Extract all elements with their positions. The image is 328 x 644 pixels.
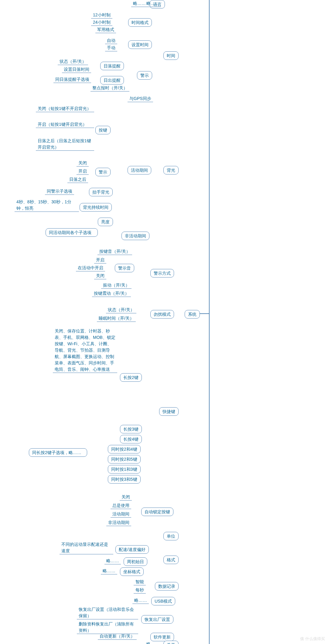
- sc-c35: 同时按3和5键: [108, 475, 141, 484]
- sc-l4: 长按4键: [120, 435, 142, 443]
- l1-format: 格式: [163, 556, 179, 564]
- l1-swupd: 软件更新: [150, 633, 174, 641]
- al-a2: 总是使用: [111, 502, 131, 509]
- reset-r1: 恢复出厂设置（活动和音乐会保留）: [77, 606, 138, 619]
- bl-raise: 抬手背光: [89, 188, 113, 196]
- dr-sec: 每秒: [134, 587, 146, 594]
- am-keyvib: 按键震动（开/关）: [92, 290, 131, 297]
- l1-units: 单位: [163, 532, 179, 540]
- bl-inactive1: 同活动期间各个子选项: [46, 228, 98, 237]
- mindmap-canvas: 系统 语言 略…… 时间 背光 警示方式 勿扰模式 快捷键 自动锁定按键 单位 …: [0, 0, 328, 644]
- bl-alert: 警示: [95, 168, 111, 176]
- bl-dur: 背光持续时间: [80, 203, 112, 212]
- l1-alertmode: 警示方式: [150, 269, 174, 277]
- dnd-sleep: 睡眠时间（开/关）: [97, 315, 136, 322]
- am-alarm1: 开启: [94, 257, 106, 263]
- l1-backlight: 背光: [163, 166, 179, 174]
- am-vib: 振动（开/关）: [101, 282, 132, 289]
- leaf-units: 略……: [145, 0, 161, 7]
- bl-keys3: 日落之后（日落之后短按1键开启背光）: [36, 137, 94, 151]
- bl-alert3: 日落之后: [67, 176, 88, 183]
- leaf-usb: 略……: [132, 597, 149, 604]
- sc-c25: 同时按2和5键: [108, 455, 141, 463]
- time-fmt1: 12小时制: [91, 12, 112, 19]
- time-sunset: 日落提醒: [100, 62, 124, 70]
- time-sunrise1: 同日落提醒子选项: [53, 76, 91, 83]
- watermark: 值 什么值得买: [300, 636, 325, 642]
- bl-keys: 按键: [95, 126, 111, 134]
- l1-datarec: 数据记录: [155, 582, 179, 591]
- sc-c13: 同时按1和3键: [108, 465, 141, 474]
- al-a4: 非活动期间: [106, 519, 131, 526]
- time-gps: 与GPS同步: [128, 95, 153, 102]
- bl-active: 活动期间: [128, 166, 151, 174]
- sc-l2: 长按2键: [120, 373, 142, 382]
- l1-reset: 恢复出厂设置: [141, 615, 173, 624]
- time-alarm: 警示: [137, 71, 152, 80]
- fmt-week1: 略……: [104, 557, 121, 564]
- reset-r2: 删除资料恢复出厂（清除所有资料）: [77, 621, 138, 634]
- sc-note: 同长按2键子选项，略……: [29, 448, 87, 457]
- fmt-coord: 坐标格式: [120, 567, 144, 576]
- l1-autolock: 自动锁定按键: [141, 508, 173, 516]
- root-node: 系统: [185, 310, 200, 319]
- time-hourly: 整点报时（开/关）: [91, 84, 129, 91]
- am-alarm: 警示音: [115, 264, 134, 272]
- time-sunset1: 状态（开/关）: [58, 58, 88, 65]
- al-a1: 关闭: [120, 494, 132, 501]
- bl-inactive: 非活动期间: [121, 232, 149, 240]
- leaf-about: 略……: [145, 641, 161, 644]
- bl-raise1: 同警示子选项: [45, 188, 74, 195]
- fmt-pace: 配速/速度偏好: [115, 545, 149, 554]
- l1-dnd: 勿扰模式: [150, 310, 174, 319]
- fmt-week: 周初始日: [124, 557, 147, 566]
- time-set2: 手动: [105, 44, 117, 51]
- l1-shortcut: 快捷键: [159, 407, 179, 416]
- l1-about: 关于: [163, 641, 179, 644]
- am-alarm3: 关闭: [94, 272, 106, 279]
- l1-time: 时间: [163, 51, 179, 60]
- fmt-pace1: 不同的运动显示配速还是速度: [60, 541, 113, 554]
- bl-alert1: 关闭: [77, 160, 89, 167]
- sc-l3: 长按3键: [120, 425, 142, 433]
- time-fmt: 时间格式: [128, 18, 152, 27]
- time-sunrise: 日出提醒: [100, 76, 124, 84]
- am-alarm2: 在活动中开启: [76, 264, 105, 271]
- spine-connector: [200, 313, 209, 314]
- am-keytone: 按键音（开/关）: [97, 248, 132, 255]
- sw-auto: 自动更新（开/关）: [98, 633, 137, 640]
- bl-bright: 亮度: [98, 218, 113, 226]
- bl-keys1: 关闭（短按1键不开启背光）: [36, 105, 94, 112]
- sc-l2list: 关闭、保存位置、计时器、秒表、手机、双网格、MOB、锁定按键、Wi-Fi、小工具…: [53, 328, 117, 373]
- time-fmt3: 军用格式: [95, 26, 116, 33]
- l1-usb: USB模式: [151, 597, 175, 605]
- sc-c24: 同时按2和4键: [108, 445, 141, 453]
- time-set1: 自动: [105, 37, 117, 44]
- dr-smart: 智能: [134, 578, 146, 585]
- bl-keys2: 开启（短按1键开启背光）: [36, 121, 94, 128]
- fmt-coord1: 略……: [101, 567, 117, 574]
- dnd-state: 状态（开/关）: [106, 306, 136, 313]
- bl-dur1: 4秒、8秒、15秒、30秒，1分钟，恒亮: [15, 198, 79, 212]
- time-set: 设置时间: [128, 40, 152, 49]
- al-a3: 活动期间: [111, 511, 131, 518]
- time-sunset2: 设置日落时间: [62, 66, 91, 73]
- spine-line: [209, 0, 210, 644]
- bl-alert2: 开启: [77, 168, 89, 175]
- time-fmt2: 24小时制: [91, 19, 112, 26]
